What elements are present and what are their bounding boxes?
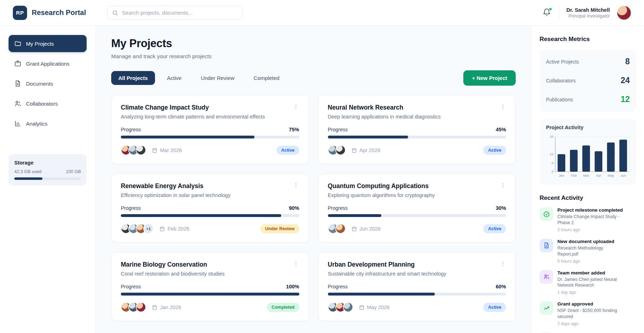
- activity-timestamp: 2 days ago: [557, 321, 625, 326]
- user-name: Dr. Sarah Mitchell: [566, 7, 610, 13]
- project-title: Neural Network Research: [328, 104, 403, 111]
- app-logo: RP: [13, 6, 27, 20]
- team-icon: [540, 270, 553, 284]
- project-menu-kebab-icon[interactable]: ⋮: [293, 182, 299, 188]
- team-avatars: [121, 145, 146, 155]
- svg-text:6: 6: [552, 161, 553, 165]
- sidebar-item-label: Analytics: [26, 121, 47, 127]
- project-activity-title: Project Activity: [545, 125, 631, 130]
- user-avatar[interactable]: [617, 6, 631, 20]
- progress-label: Progress: [121, 205, 141, 211]
- search-bar: [107, 6, 243, 20]
- sidebar-item-label: Documents: [26, 81, 53, 87]
- progress-label: Progress: [121, 284, 141, 289]
- project-date: May 2026: [367, 304, 390, 310]
- activity-timestamp: 5 hours ago: [557, 259, 625, 264]
- metrics-heading: Research Metrics: [540, 36, 636, 43]
- tab-under-review[interactable]: Under Review: [194, 71, 241, 85]
- svg-text:Apr: Apr: [596, 173, 601, 177]
- activity-title: Grant approved: [557, 301, 625, 307]
- storage-progress-track: [14, 177, 81, 180]
- activity-description: Dr. James Chen joined Neural Network Res…: [557, 277, 625, 289]
- sidebar-item-label: Collaborators: [26, 101, 58, 107]
- storage-widget: Storage 42.3 GB used 100 GB: [9, 154, 87, 186]
- svg-text:Jun: Jun: [620, 173, 626, 177]
- sidebar-item-analytics[interactable]: Analytics: [9, 115, 87, 132]
- notifications-bell-icon[interactable]: [542, 8, 552, 17]
- progress-percent: 100%: [286, 284, 299, 289]
- project-description: Analyzing long-term climate patterns and…: [121, 114, 299, 120]
- search-input[interactable]: [107, 6, 243, 20]
- storage-title: Storage: [14, 160, 81, 166]
- project-description: Deep learning applications in medical di…: [328, 114, 506, 120]
- recent-activity-list: Project milestone completedClimate Chang…: [540, 207, 636, 333]
- calendar-icon: [152, 304, 158, 310]
- progress-label: Progress: [328, 205, 348, 211]
- header-divider: [559, 6, 559, 19]
- activity-description: NSF Grant - $250,000 funding secured: [557, 308, 625, 320]
- svg-text:Feb: Feb: [571, 173, 577, 177]
- project-menu-kebab-icon[interactable]: ⋮: [500, 261, 506, 267]
- new-project-button[interactable]: + New Project: [463, 70, 516, 86]
- sidebar-item-collaborators[interactable]: Collaborators: [9, 95, 87, 112]
- activity-description: Climate Change Impact Study - Phase 2: [557, 214, 625, 226]
- progress-bar-track: [328, 136, 506, 138]
- project-date: Apr 2026: [360, 147, 381, 153]
- top-header: RP Research Portal Dr. Sarah Mitchell Pr…: [0, 0, 644, 26]
- project-menu-kebab-icon[interactable]: ⋮: [293, 104, 299, 110]
- progress-percent: 45%: [496, 127, 506, 132]
- activity-title: Project milestone completed: [557, 207, 625, 213]
- team-avatars: [121, 302, 146, 312]
- progress-bar-fill: [121, 214, 281, 217]
- calendar-icon: [359, 304, 365, 310]
- page-title: My Projects: [111, 37, 516, 50]
- progress-percent: 75%: [289, 127, 299, 132]
- check-circle-icon: [540, 207, 553, 221]
- trending-up-icon: [540, 301, 553, 315]
- sidebar-item-my-projects[interactable]: My Projects: [9, 35, 87, 52]
- tab-completed[interactable]: Completed: [247, 71, 287, 85]
- progress-bar-track: [121, 214, 299, 217]
- progress-bar-track: [121, 293, 299, 296]
- project-menu-kebab-icon[interactable]: ⋮: [500, 104, 506, 110]
- metric-label: Collaborators: [546, 78, 576, 84]
- sidebar-item-grant-applications[interactable]: Grant Applications: [9, 55, 87, 72]
- calendar-icon: [351, 226, 357, 232]
- avatar: [335, 145, 346, 155]
- project-date: Jun 2026: [360, 226, 381, 232]
- project-description: Exploring quantum algorithms for cryptog…: [328, 192, 506, 198]
- progress-label: Progress: [121, 127, 141, 132]
- status-badge: Completed: [267, 303, 299, 312]
- progress-label: Progress: [328, 127, 348, 132]
- project-date: Feb 2026: [168, 226, 189, 232]
- document-icon: [540, 239, 553, 252]
- project-menu-kebab-icon[interactable]: ⋮: [293, 261, 299, 267]
- nav-list: My ProjectsGrant ApplicationsDocumentsCo…: [9, 35, 87, 132]
- activity-timestamp: 2 hours ago: [557, 227, 625, 232]
- main-content: My Projects Manage and track your resear…: [96, 26, 531, 333]
- progress-bar-fill: [328, 214, 381, 217]
- team-avatars: [328, 223, 346, 234]
- team-avatars: [328, 302, 353, 312]
- progress-bar-fill: [328, 136, 408, 138]
- avatar: [335, 223, 346, 234]
- project-activity-chart: 061224JanFebMarAprMayJun: [545, 133, 631, 180]
- activity-item: Grant approvedNSF Grant - $250,000 fundi…: [540, 301, 636, 326]
- tab-all-projects[interactable]: All Projects: [111, 71, 155, 85]
- progress-bar-fill: [328, 293, 435, 296]
- project-card: Climate Change Impact Study⋮Analyzing lo…: [111, 95, 309, 164]
- avatar: [343, 302, 353, 312]
- recent-activity-heading: Recent Activity: [540, 195, 636, 202]
- progress-percent: 30%: [496, 205, 506, 211]
- status-badge: Under Review: [261, 224, 299, 233]
- tab-active[interactable]: Active: [160, 71, 189, 85]
- activity-item: Team member addedDr. James Chen joined N…: [540, 270, 636, 295]
- projects-grid: Climate Change Impact Study⋮Analyzing lo…: [111, 95, 516, 321]
- status-badge: Active: [483, 224, 506, 233]
- calendar-icon: [152, 147, 158, 153]
- bar-chart-svg: 061224JanFebMarAprMayJun: [545, 133, 633, 179]
- app-title: Research Portal: [32, 9, 86, 17]
- sidebar-item-documents[interactable]: Documents: [9, 75, 87, 92]
- svg-text:Mar: Mar: [583, 173, 589, 177]
- project-menu-kebab-icon[interactable]: ⋮: [500, 182, 506, 188]
